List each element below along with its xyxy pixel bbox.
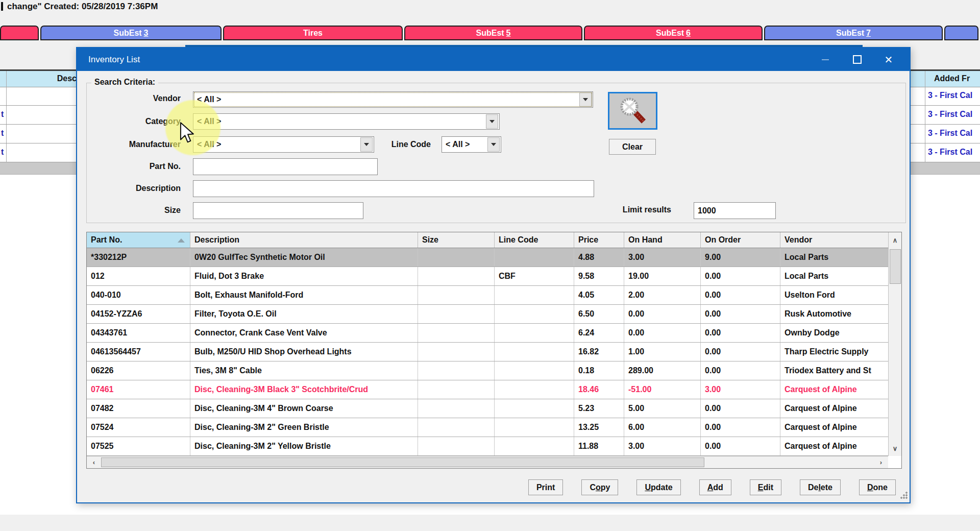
table-row[interactable]: 040-010Bolt, Exhaust Manifold-Ford4.052.… xyxy=(87,286,888,305)
table-row[interactable]: 07525Disc, Cleaning-3M 2" Yellow Bristle… xyxy=(87,437,888,456)
tab-subest3[interactable]: SubEst3 xyxy=(40,26,222,40)
chevron-down-icon xyxy=(491,143,496,146)
column-header-description[interactable]: Description xyxy=(190,232,418,248)
maximize-button[interactable] xyxy=(841,48,873,71)
cell-part: 07461 xyxy=(87,380,190,399)
cell-desc: Disc, Cleaning-3M Black 3" Scotchbrite/C… xyxy=(190,380,418,399)
button-label-part: dd xyxy=(713,483,723,492)
cell-price: 4.88 xyxy=(574,248,624,267)
tab-label: SubEst xyxy=(113,29,141,38)
horizontal-scrollbar[interactable]: ‹ › xyxy=(87,456,888,468)
vendor-combobox[interactable]: < All > xyxy=(193,91,593,108)
column-header-vendor[interactable]: Vendor xyxy=(780,232,888,248)
tab-subest6[interactable]: SubEst6 xyxy=(584,26,763,40)
mouse-cursor-icon xyxy=(180,122,196,146)
tab-mnemonic: 7 xyxy=(866,29,871,38)
search-button[interactable] xyxy=(608,92,657,130)
table-row[interactable]: 06226Ties, 3M 8" Cable0.18289.000.00Trio… xyxy=(87,361,888,380)
clipped-cell-text: t xyxy=(1,148,4,157)
clear-button[interactable]: Clear xyxy=(609,139,656,155)
cell-desc: Fluid, Dot 3 Brake xyxy=(190,267,418,285)
line-code-dropdown-button[interactable] xyxy=(487,137,500,152)
size-label: Size xyxy=(87,206,181,215)
scroll-right-button[interactable]: › xyxy=(874,456,888,468)
cell-line: CBF xyxy=(495,267,574,285)
limit-results-value: 1000 xyxy=(698,206,716,215)
vertical-scrollbar[interactable]: ∧ ∨ xyxy=(888,232,901,456)
table-row[interactable]: 07461Disc, Cleaning-3M Black 3" Scotchbr… xyxy=(87,380,888,399)
resize-grip-icon[interactable] xyxy=(900,491,908,499)
column-header-on-hand[interactable]: On Hand xyxy=(624,232,701,248)
inventory-list-dialog: Inventory List ✕ Search Criteria: Vendor… xyxy=(76,47,911,503)
table-row[interactable]: 07482Disc, Cleaning-3M 4" Brown Coarse5.… xyxy=(87,399,888,418)
cell-line xyxy=(495,399,574,418)
tab-partial[interactable] xyxy=(0,26,39,40)
cell-part: 06226 xyxy=(87,361,190,380)
column-header-on-order[interactable]: On Order xyxy=(701,232,780,248)
cell-line xyxy=(495,286,574,304)
table-row[interactable]: 04343761Connector, Crank Case Vent Valve… xyxy=(87,324,888,343)
copy-button[interactable]: Copy xyxy=(581,479,618,495)
column-header-line-code[interactable]: Line Code xyxy=(495,232,574,248)
cell-price: 0.18 xyxy=(574,361,624,380)
cell-part: 012 xyxy=(87,267,190,285)
edit-button[interactable]: Edit xyxy=(750,479,781,495)
tab-label: SubEst xyxy=(476,29,504,38)
table-row[interactable]: 07524Disc, Cleaning-3M 2" Green Bristle1… xyxy=(87,418,888,437)
size-input[interactable] xyxy=(193,202,363,219)
column-header-price[interactable]: Price xyxy=(574,232,624,248)
tab-tires[interactable]: Tires xyxy=(223,26,403,40)
cell-desc: Filter, Toyota O.E. Oil xyxy=(190,305,418,323)
tab-subest5[interactable]: SubEst5 xyxy=(404,26,582,40)
part-no-label: Part No. xyxy=(87,162,181,171)
cell-vendor: Uselton Ford xyxy=(780,286,888,304)
part-no-input[interactable] xyxy=(193,158,378,175)
horizontal-scroll-thumb[interactable] xyxy=(101,457,704,467)
column-header-part-no-[interactable]: Part No. xyxy=(87,232,190,248)
vendor-value: < All > xyxy=(193,95,578,104)
limit-results-input[interactable]: 1000 xyxy=(694,202,776,219)
manufacturer-combobox[interactable]: < All > xyxy=(193,136,374,153)
add-button[interactable]: Add xyxy=(699,479,731,495)
cell-desc: Ties, 3M 8" Cable xyxy=(190,361,418,380)
cell-on-order: 9.00 xyxy=(701,248,780,267)
tab-partial[interactable] xyxy=(944,26,978,40)
category-combobox[interactable]: < All > xyxy=(193,113,500,130)
print-button[interactable]: Print xyxy=(528,479,563,495)
table-row[interactable]: 04152-YZZA6Filter, Toyota O.E. Oil6.500.… xyxy=(87,305,888,324)
delete-button[interactable]: Delete xyxy=(800,479,841,495)
cell-desc: Disc, Cleaning-3M 2" Green Bristle xyxy=(190,418,418,437)
cell-desc: 0W20 GulfTec Synthetic Motor Oil xyxy=(190,248,418,267)
vendor-dropdown-button[interactable] xyxy=(579,92,592,107)
line-code-combobox[interactable]: < All > xyxy=(442,136,501,153)
vertical-scroll-thumb[interactable] xyxy=(890,249,901,284)
cell-part: 07524 xyxy=(87,418,190,437)
scroll-down-button[interactable]: ∨ xyxy=(889,441,901,456)
tab-subest7[interactable]: SubEst7 xyxy=(764,26,943,40)
button-label-part: ete xyxy=(821,483,832,492)
description-input[interactable] xyxy=(193,180,594,197)
category-dropdown-button[interactable] xyxy=(486,114,498,129)
update-button[interactable]: Update xyxy=(636,479,680,495)
table-row[interactable]: 04613564457Bulb, M250/U HID Shop Overhea… xyxy=(87,343,888,361)
close-button[interactable]: ✕ xyxy=(873,48,904,71)
column-header-size[interactable]: Size xyxy=(418,232,495,248)
magnifier-icon xyxy=(618,96,648,126)
minimize-button[interactable] xyxy=(810,48,841,71)
cell-on-hand: 0.00 xyxy=(624,324,701,342)
cell-price: 6.24 xyxy=(574,324,624,342)
chevron-down-icon xyxy=(489,120,495,123)
cell-on-hand: 19.00 xyxy=(624,267,701,285)
column-header-label: Price xyxy=(578,235,598,245)
description-label: Description xyxy=(87,184,181,193)
table-row[interactable]: *330212P0W20 GulfTec Synthetic Motor Oil… xyxy=(87,248,888,267)
dialog-titlebar[interactable]: Inventory List ✕ xyxy=(77,48,910,71)
done-button[interactable]: Done xyxy=(859,479,896,495)
table-row[interactable]: 012Fluid, Dot 3 BrakeCBF9.5819.000.00Loc… xyxy=(87,267,888,286)
scroll-left-button[interactable]: ‹ xyxy=(87,456,101,468)
cell-vendor: Ownby Dodge xyxy=(780,324,888,342)
cell-on-order: 0.00 xyxy=(701,399,780,418)
cell-on-order: 3.00 xyxy=(701,380,780,399)
cell-size xyxy=(418,305,495,323)
scroll-up-button[interactable]: ∧ xyxy=(889,232,901,248)
